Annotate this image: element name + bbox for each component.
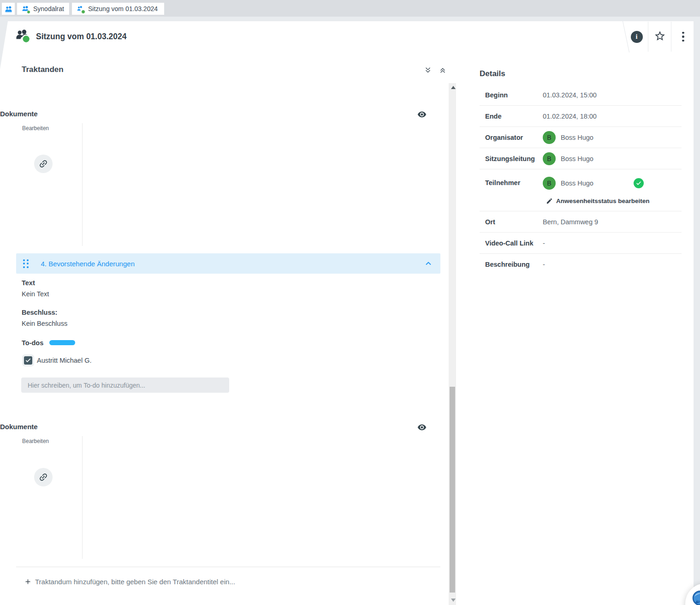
info-icon: i	[631, 31, 643, 43]
header-divider	[648, 22, 648, 52]
detail-label: Sitzungsleitung	[485, 155, 543, 162]
kebab-menu-icon	[682, 32, 684, 42]
details-title: Details	[480, 69, 505, 78]
expand-all-icon[interactable]	[439, 66, 447, 74]
detail-row-organisator: Organisator B Boss Hugo	[480, 127, 682, 148]
avatar: B	[543, 152, 556, 165]
detail-value: -	[543, 240, 545, 247]
documents-section-title: Dokumente	[0, 423, 38, 431]
corner-decoration	[0, 21, 8, 69]
agenda-item-title: 4. Bevorstehende Änderungen	[41, 260, 135, 268]
documents-section-title: Dokumente	[0, 110, 38, 118]
link-icon	[36, 156, 50, 171]
avatar: B	[543, 177, 556, 190]
green-status-dot	[27, 10, 30, 14]
detail-value: Bern, Dammweg 9	[543, 218, 598, 226]
add-link-button[interactable]	[34, 155, 53, 173]
eye-icon[interactable]	[417, 423, 427, 432]
edit-attendance-label: Anwesenheitsstatus bearbeiten	[556, 198, 650, 204]
detail-label: Beginn	[485, 91, 543, 99]
detail-row-ort: Ort Bern, Dammweg 9	[480, 211, 682, 233]
scrollbar-down-arrow[interactable]	[451, 599, 456, 602]
detail-label: Ende	[485, 113, 543, 120]
beschluss-label: Beschluss:	[22, 309, 57, 316]
tab-home[interactable]	[2, 3, 15, 15]
detail-row-sitzungsleitung: Sitzungsleitung B Boss Hugo	[480, 148, 682, 169]
todo-progress-pill	[49, 340, 75, 345]
detail-value: 01.02.2024, 18:00	[543, 113, 597, 120]
todo-item-label: Austritt Michael G.	[37, 357, 91, 364]
person: B Boss Hugo	[543, 152, 593, 165]
check-icon	[25, 357, 31, 364]
meeting-icon	[15, 29, 31, 44]
add-traktandum-row[interactable]: Traktandum hinzufügen, bitte geben Sie d…	[24, 578, 235, 586]
attendance-check-icon	[634, 178, 644, 188]
tab-sitzung[interactable]: Sitzung vom 01.03.2024	[72, 3, 164, 15]
group-icon	[5, 5, 12, 13]
traktanden-title: Traktanden	[22, 65, 64, 74]
star-icon	[654, 30, 666, 44]
link-icon	[36, 470, 50, 484]
green-status-dot	[81, 10, 85, 14]
add-todo-input[interactable]	[21, 377, 229, 393]
edit-attendance-link[interactable]: Anwesenheitsstatus bearbeiten	[546, 198, 682, 204]
meeting-icon	[77, 5, 84, 13]
text-value: Kein Text	[22, 290, 49, 298]
detail-label: Video-Call Link	[485, 240, 543, 247]
text-label: Text	[22, 279, 35, 287]
person-name: Boss Hugo	[561, 180, 593, 187]
divider	[82, 436, 83, 559]
page-title: Sitzung vom 01.03.2024	[36, 32, 126, 42]
detail-row-ende: Ende 01.02.2024, 18:00	[480, 106, 682, 127]
person-name: Boss Hugo	[561, 155, 593, 162]
tab-label: Sitzung vom 01.03.2024	[88, 5, 158, 12]
favorite-button[interactable]	[653, 30, 666, 43]
todos-label: To-dos	[22, 339, 43, 347]
detail-label: Beschreibung	[485, 261, 543, 268]
detail-label: Ort	[485, 218, 543, 226]
add-traktandum-placeholder: Traktandum hinzufügen, bitte geben Sie d…	[35, 578, 235, 586]
edit-tab-label[interactable]: Bearbeiten	[22, 438, 49, 444]
scrollbar-up-arrow[interactable]	[451, 86, 456, 89]
person: B Boss Hugo	[543, 131, 593, 144]
detail-row-beginn: Beginn 01.03.2024, 15:00	[480, 84, 682, 106]
browser-tab-bar: Synodalrat Sitzung vom 01.03.2024	[0, 0, 700, 17]
chat-widget-icon	[691, 589, 700, 605]
detail-row-beschreibung: Beschreibung -	[480, 254, 682, 275]
detail-value: 01.03.2024, 15:00	[543, 91, 597, 99]
pencil-icon	[546, 198, 553, 204]
detail-label: Organisator	[485, 134, 543, 141]
more-options-button[interactable]	[677, 30, 689, 43]
avatar: B	[543, 131, 556, 144]
edit-tab-label[interactable]: Bearbeiten	[22, 125, 49, 132]
person-name: Boss Hugo	[561, 134, 593, 141]
details-panel: Beginn 01.03.2024, 15:00 Ende 01.02.2024…	[480, 84, 682, 275]
group-icon	[22, 5, 30, 13]
header-divider	[671, 22, 671, 52]
divider	[82, 123, 83, 246]
participant-line: B Boss Hugo	[543, 177, 682, 190]
scrollbar-thumb[interactable]	[450, 387, 455, 593]
add-link-button[interactable]	[34, 468, 53, 486]
drag-handle-icon[interactable]	[23, 259, 29, 268]
divider	[16, 567, 440, 567]
chevron-up-icon[interactable]	[424, 259, 433, 268]
tab-synodalrat[interactable]: Synodalrat	[17, 3, 69, 15]
detail-row-teilnehmer: Teilnehmer B Boss Hugo Anwesenheitsstatu…	[480, 169, 682, 211]
tab-label: Synodalrat	[33, 5, 64, 12]
info-button[interactable]: i	[630, 30, 643, 43]
eye-icon[interactable]	[417, 110, 427, 119]
detail-value: -	[543, 261, 545, 268]
todo-checkbox[interactable]	[24, 356, 32, 365]
beschluss-value: Kein Beschluss	[22, 320, 67, 327]
plus-icon	[24, 578, 32, 586]
collapse-all-icon[interactable]	[424, 66, 432, 74]
detail-row-video-call-link: Video-Call Link -	[480, 233, 682, 254]
detail-label: Teilnehmer	[485, 177, 543, 204]
agenda-item-header[interactable]: 4. Bevorstehende Änderungen	[16, 253, 440, 274]
